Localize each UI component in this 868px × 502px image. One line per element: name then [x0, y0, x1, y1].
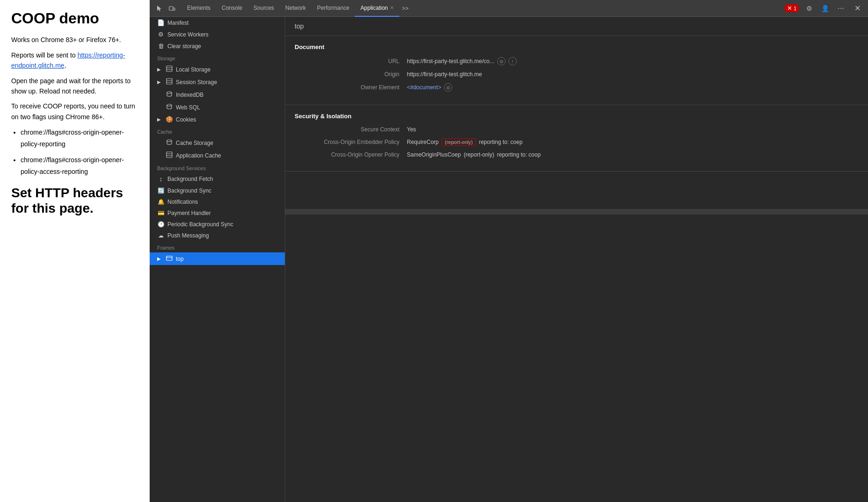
settings-icon[interactable]: ⚙: [803, 2, 815, 14]
document-section-title: Document: [295, 43, 859, 50]
cache-storage-icon: [166, 139, 173, 147]
sidebar-item-background-fetch[interactable]: ↕ Background Fetch: [150, 173, 285, 185]
devtools-tabbar: Elements Console Sources Network Perform…: [150, 0, 868, 17]
horizontal-scrollbar[interactable]: [285, 209, 868, 215]
coep-report-only-badge: (report-only): [441, 138, 476, 146]
svg-point-9: [167, 104, 172, 106]
tab-console[interactable]: Console: [216, 0, 248, 17]
sidebar-item-clear-storage[interactable]: 🗑 Clear storage: [150, 40, 285, 52]
storage-section-label: Storage: [150, 52, 285, 63]
close-devtools-button[interactable]: ✕: [851, 4, 864, 13]
sidebar-item-application-cache[interactable]: ▶ Application Cache: [150, 149, 285, 162]
security-section-title: Security & Isolation: [295, 113, 859, 120]
sidebar-item-top[interactable]: ▶ top: [150, 252, 285, 265]
sidebar-item-service-workers[interactable]: ⚙ Service Workers: [150, 29, 285, 40]
sidebar-item-manifest[interactable]: 📄 Manifest: [150, 17, 285, 29]
sidebar-label-top: top: [176, 256, 184, 262]
sidebar-item-cookies[interactable]: ▶ 🍪 Cookies: [150, 114, 285, 125]
cookies-arrow: ▶: [157, 117, 163, 122]
user-icon[interactable]: 👤: [819, 2, 831, 14]
tab-application[interactable]: Application ✕: [355, 0, 399, 17]
svg-rect-0: [169, 7, 173, 10]
sidebar-item-local-storage[interactable]: ▶ Local Storage: [150, 63, 285, 76]
more-options-icon[interactable]: ⋯: [835, 2, 847, 14]
sidebar-label-cache-storage: Cache Storage: [176, 140, 213, 146]
sidebar-label-background-fetch: Background Fetch: [167, 176, 213, 182]
devtools-main-panel: top Document URL https://first-party-tes…: [285, 17, 868, 502]
sidebar-item-push-messaging[interactable]: ☁ Push Messaging: [150, 230, 285, 241]
sidebar-label-local-storage: Local Storage: [176, 66, 210, 73]
svg-rect-14: [166, 256, 172, 260]
tab-network[interactable]: Network: [280, 0, 311, 17]
sidebar-item-cache-storage[interactable]: ▶ Cache Storage: [150, 136, 285, 149]
svg-rect-5: [166, 79, 172, 84]
origin-text: https://first-party-test.glitch.me: [407, 71, 482, 78]
indexeddb-icon: [166, 91, 173, 99]
owner-element-value: <#document> ⊙: [407, 83, 452, 92]
svg-rect-2: [166, 66, 172, 72]
devtools-sidebar: 📄 Manifest ⚙ Service Workers 🗑 Clear sto…: [150, 17, 285, 502]
sidebar-item-notifications[interactable]: 🔔 Notifications: [150, 196, 285, 208]
section-title: Set HTTP headers for this page.: [11, 185, 138, 216]
devtools-body: 📄 Manifest ⚙ Service Workers 🗑 Clear sto…: [150, 17, 868, 502]
document-section: Document URL https://first-party-test.gl…: [285, 36, 868, 105]
coep-row: Cross-Origin Embedder Policy RequireCorp…: [295, 138, 859, 146]
tab-sources[interactable]: Sources: [248, 0, 280, 17]
clear-storage-icon: 🗑: [157, 43, 165, 50]
origin-row: Origin https://first-party-test.glitch.m…: [295, 71, 859, 78]
owner-element-icon[interactable]: ⊙: [444, 83, 452, 92]
coep-label: Cross-Origin Embedder Policy: [295, 139, 407, 145]
owner-element-label: Owner Element: [295, 84, 407, 91]
page-desc-5: To receive COOP reports, you need to tur…: [11, 101, 138, 122]
sidebar-label-periodic-bg-sync: Periodic Background Sync: [167, 221, 233, 228]
tab-close-icon[interactable]: ✕: [390, 5, 394, 10]
tab-more[interactable]: >>: [399, 5, 412, 12]
sidebar-item-session-storage[interactable]: ▶ Session Storage: [150, 76, 285, 88]
payment-handler-icon: 💳: [157, 210, 165, 216]
periodic-bg-sync-icon: 🕐: [157, 221, 165, 228]
svg-rect-11: [166, 152, 172, 158]
flags-list: chrome://flags#cross-origin-opener-polic…: [21, 127, 138, 178]
sidebar-item-background-sync[interactable]: 🔄 Background Sync: [150, 185, 285, 196]
secure-context-text: Yes: [407, 126, 416, 133]
sidebar-label-service-workers: Service Workers: [167, 31, 209, 38]
url-copy-icon[interactable]: ⊙: [497, 57, 506, 65]
sidebar-label-push-messaging: Push Messaging: [167, 232, 209, 239]
security-section: Security & Isolation Secure Context Yes …: [285, 105, 868, 172]
sidebar-label-clear-storage: Clear storage: [167, 43, 201, 50]
owner-element-row: Owner Element <#document> ⊙: [295, 83, 859, 92]
background-fetch-icon: ↕: [157, 175, 165, 183]
tab-performance[interactable]: Performance: [311, 0, 355, 17]
sidebar-label-payment-handler: Payment Handler: [167, 210, 211, 216]
sidebar-label-notifications: Notifications: [167, 199, 198, 205]
device-icon[interactable]: [166, 3, 178, 14]
tab-elements[interactable]: Elements: [181, 0, 216, 17]
sidebar-item-payment-handler[interactable]: 💳 Payment Handler: [150, 208, 285, 219]
session-storage-arrow: ▶: [157, 79, 163, 85]
owner-element-link[interactable]: <#document>: [407, 84, 441, 91]
session-storage-icon: [166, 78, 173, 86]
coop-label: Cross-Origin Opener Policy: [295, 151, 407, 158]
page-desc-1: Works on Chrome 83+ or Firefox 76+.: [11, 35, 138, 45]
list-item-1: chrome://flags#cross-origin-opener-polic…: [21, 127, 138, 150]
notifications-icon: 🔔: [157, 199, 165, 205]
cache-section-label: Cache: [150, 125, 285, 136]
sidebar-label-background-sync: Background Sync: [167, 187, 211, 194]
sidebar-label-manifest: Manifest: [167, 20, 188, 26]
devtools-actions: ✕ 1 ⚙ 👤 ⋯ ✕: [784, 2, 864, 14]
sidebar-item-periodic-bg-sync[interactable]: 🕐 Periodic Background Sync: [150, 219, 285, 230]
page-desc-4: Open the page and wait for the reports t…: [11, 76, 138, 97]
local-storage-icon: [166, 65, 173, 73]
sidebar-item-indexeddb[interactable]: ▶ IndexedDB: [150, 88, 285, 101]
local-storage-arrow: ▶: [157, 67, 163, 72]
sidebar-item-web-sql[interactable]: ▶ Web SQL: [150, 101, 285, 114]
coep-value: RequireCorp (report-only) reporting to: …: [407, 138, 522, 146]
sidebar-label-web-sql: Web SQL: [176, 104, 200, 111]
origin-label: Origin: [295, 71, 407, 78]
cursor-icon[interactable]: [153, 3, 165, 14]
url-open-icon[interactable]: ↑: [508, 57, 517, 65]
error-badge[interactable]: ✕ 1: [784, 4, 799, 12]
frames-section-label: Frames: [150, 241, 285, 252]
frame-label: top: [285, 17, 868, 36]
svg-rect-1: [173, 8, 175, 10]
